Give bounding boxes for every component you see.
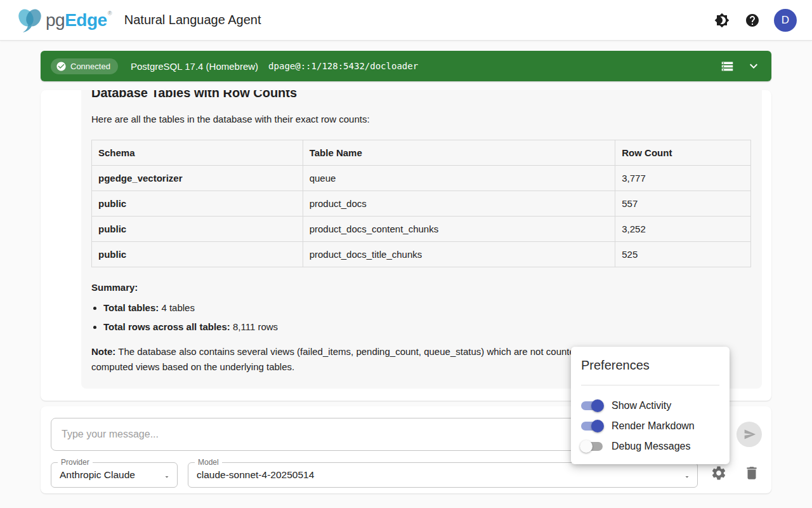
divider [581, 385, 719, 385]
send-icon [743, 428, 756, 441]
model-select-label: Model [195, 458, 222, 467]
table-row: public product_docs_title_chunks 525 [92, 242, 751, 267]
cell-row-count: 525 [615, 242, 751, 267]
provider-select-label: Provider [58, 458, 93, 467]
check-circle-icon [56, 61, 67, 72]
preferences-popover: Preferences Show Activity Render Markdow… [571, 347, 730, 464]
table-row: pgedge_vectorizer queue 3,777 [92, 166, 751, 191]
cell-table-name: product_docs_title_chunks [303, 242, 615, 267]
help-icon [745, 13, 760, 28]
brightness-icon [714, 13, 730, 28]
theme-toggle-button[interactable] [714, 13, 730, 28]
list-item: Total rows across all tables: 8,111 rows [103, 320, 752, 334]
clear-chat-button[interactable] [743, 465, 760, 481]
cell-row-count: 3,252 [615, 217, 751, 242]
gear-icon [710, 465, 727, 481]
pgedge-heart-icon [15, 7, 44, 34]
collapse-connection-button[interactable] [746, 58, 761, 74]
message-heading: Database Tables with Row Counts [91, 90, 752, 102]
summary-list: Total tables: 4 tables Total rows across… [91, 301, 752, 334]
cell-table-name: product_docs_content_chunks [303, 217, 615, 242]
cell-schema: pgedge_vectorizer [92, 166, 303, 191]
preferences-button[interactable] [710, 465, 727, 481]
app-header: pgEdge® Natural Language Agent D [0, 0, 812, 41]
cell-schema: public [92, 191, 303, 217]
toggle-label: Show Activity [612, 400, 671, 411]
column-header-table-name: Table Name [303, 140, 615, 166]
row-counts-table: Schema Table Name Row Count pgedge_vecto… [91, 140, 751, 267]
debug-messages-toggle[interactable] [581, 442, 603, 451]
table-row: public product_docs 557 [92, 191, 751, 217]
render-markdown-toggle[interactable] [581, 422, 603, 431]
connection-bar: Connected PostgreSQL 17.4 (Homebrew) dpa… [41, 51, 771, 81]
connection-string: dpage@::1/128:5432/docloader [268, 61, 418, 71]
user-avatar[interactable]: D [774, 9, 797, 32]
column-header-schema: Schema [92, 140, 303, 166]
storage-icon [721, 60, 734, 73]
connection-status-label: Connected [70, 62, 110, 71]
send-button[interactable] [737, 422, 762, 447]
pref-row-render-markdown: Render Markdown [581, 416, 719, 436]
list-item: Total tables: 4 tables [103, 301, 752, 315]
pgedge-logo: pgEdge® [15, 7, 112, 34]
table-header-row: Schema Table Name Row Count [92, 140, 751, 166]
toggle-label: Debug Messages [612, 441, 691, 452]
chevron-down-icon [746, 58, 761, 74]
cell-row-count: 557 [615, 191, 751, 217]
database-objects-button[interactable] [719, 58, 735, 74]
trash-icon [743, 465, 760, 481]
cell-schema: public [92, 242, 303, 267]
pref-row-show-activity: Show Activity [581, 396, 719, 416]
column-header-row-count: Row Count [615, 140, 751, 166]
assistant-message-bubble: Database Tables with Row Counts Here are… [81, 90, 762, 389]
dropdown-arrow-icon [163, 472, 171, 483]
preferences-title: Preferences [581, 357, 719, 373]
connection-status-badge: Connected [51, 58, 118, 74]
provider-select[interactable]: Provider Anthropic Claude [51, 462, 178, 488]
pref-row-debug-messages: Debug Messages [581, 436, 719, 457]
cell-schema: public [92, 217, 303, 242]
server-version-label: PostgreSQL 17.4 (Homebrew) [131, 61, 258, 72]
cell-row-count: 3,777 [615, 166, 751, 191]
show-activity-toggle[interactable] [581, 401, 603, 410]
page-title: Natural Language Agent [124, 13, 261, 27]
model-select-value: claude-sonnet-4-20250514 [188, 463, 697, 487]
pgedge-wordmark: pgEdge® [46, 10, 112, 30]
toggle-label: Render Markdown [612, 420, 695, 432]
cell-table-name: product_docs [303, 191, 615, 217]
model-select[interactable]: Model claude-sonnet-4-20250514 [188, 462, 698, 488]
message-intro: Here are all the tables in the database … [91, 112, 752, 126]
help-button[interactable] [745, 13, 760, 28]
cell-table-name: queue [303, 166, 615, 191]
table-row: public product_docs_content_chunks 3,252 [92, 217, 751, 242]
summary-heading: Summary: [91, 281, 752, 294]
dropdown-arrow-icon [683, 472, 691, 483]
